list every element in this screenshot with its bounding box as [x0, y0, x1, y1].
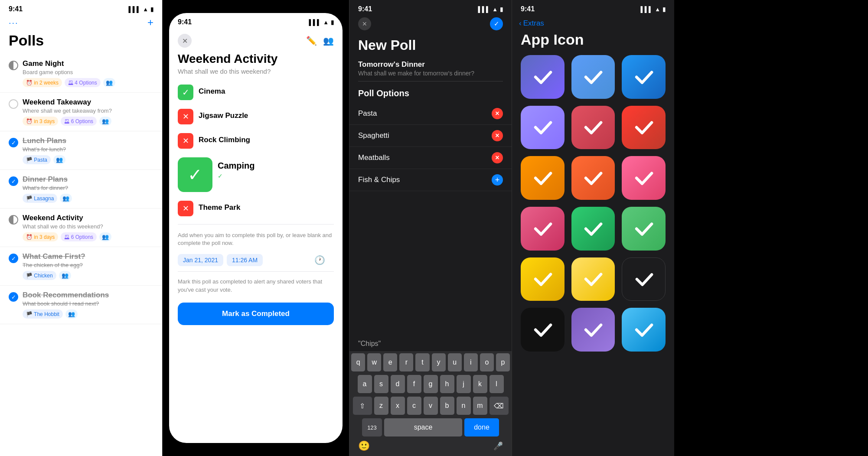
app-icon-blue-bright[interactable] — [622, 55, 666, 99]
mic-icon[interactable]: 🎤 — [493, 441, 503, 451]
close-button[interactable]: ✕ — [178, 34, 192, 48]
app-icon-green-dark[interactable] — [571, 207, 615, 251]
key-c[interactable]: c — [407, 397, 421, 415]
poll-tags: ⏰ in 3 days 🗳 6 Options 👥 — [23, 232, 153, 241]
status-icons-p1: ▌▌▌ ▲ ▮ — [128, 6, 153, 13]
divider-2 — [178, 271, 334, 272]
phone-weekend-activity: 9:41 ▌▌▌ ▲ ▮ ✕ ✏️ 👥 Weekend Activity Wha… — [163, 0, 349, 456]
poll-item-book-recommendations[interactable]: ✓ Book Recommendations What book should … — [0, 286, 162, 324]
wifi-icon: ▲ — [492, 6, 498, 13]
poll-item-lunch-plans[interactable]: ✓ Lunch Plans What's for lunch? 🏴 Pasta … — [0, 131, 162, 170]
keyboard-bottom: 🙂 🎤 — [349, 438, 512, 456]
key-i[interactable]: i — [464, 353, 478, 371]
app-icon-purple-indigo[interactable] — [571, 308, 615, 352]
key-d[interactable]: d — [391, 375, 405, 393]
key-u[interactable]: u — [448, 353, 462, 371]
poll-subtitle: What's for dinner? — [23, 185, 153, 191]
confirm-button-p3[interactable]: ✓ — [490, 17, 503, 30]
battery-icon: ▮ — [331, 19, 334, 26]
key-e[interactable]: e — [383, 353, 397, 371]
key-backspace[interactable]: ⌫ — [489, 397, 509, 415]
key-b[interactable]: b — [440, 397, 454, 415]
poll-subtitle: The chicken of the egg? — [23, 262, 153, 268]
date-picker[interactable]: Jan 21, 2021 — [178, 254, 223, 266]
key-v[interactable]: v — [424, 397, 438, 415]
app-icon-green-light[interactable] — [622, 207, 666, 251]
key-space[interactable]: space — [384, 418, 462, 436]
app-icon-red-pink[interactable] — [571, 106, 615, 150]
poll-item-what-came-first[interactable]: ✓ What Came First? The chicken of the eg… — [0, 247, 162, 286]
app-icon-orange-warm[interactable] — [521, 156, 565, 200]
poll-subtitle: What book should I read next? — [23, 300, 153, 307]
poll-name: Book Recommendations — [23, 291, 153, 300]
key-k[interactable]: k — [473, 375, 487, 393]
time-picker[interactable]: 11:26 AM — [227, 254, 263, 266]
poll-item-weekend-takeaway[interactable]: Weekend Takeaway Where shall we get take… — [0, 93, 162, 131]
key-n[interactable]: n — [457, 397, 471, 415]
key-o[interactable]: o — [480, 353, 494, 371]
back-button[interactable]: ‹ Extras — [512, 15, 674, 29]
date-time-row: Jan 21, 2021 11:26 AM 🕐 — [169, 251, 343, 268]
key-w[interactable]: w — [367, 353, 381, 371]
activity-item-rock-climbing: ✕ Rock Climbing — [178, 129, 334, 153]
key-a[interactable]: a — [358, 375, 372, 393]
status-bar-p2: 9:41 ▌▌▌ ▲ ▮ — [169, 13, 343, 28]
status-bar-p3: 9:41 ▌▌▌ ▲ ▮ — [349, 0, 512, 15]
app-icon-yellow-warm[interactable] — [521, 257, 565, 301]
key-r[interactable]: r — [399, 353, 413, 371]
key-q[interactable]: q — [351, 353, 365, 371]
poll-item-game-night[interactable]: Game Night Board game options ⏰ in 2 wee… — [0, 54, 162, 93]
share-icon[interactable]: 👥 — [323, 36, 334, 46]
close-button-p3[interactable]: ✕ — [358, 17, 371, 30]
poll-item-weekend-activity[interactable]: Weekend Activity What shall we do this w… — [0, 208, 162, 247]
key-p[interactable]: p — [496, 353, 510, 371]
poll-status-half — [9, 215, 18, 225]
key-shift[interactable]: ⇧ — [353, 397, 372, 415]
status-time-p3: 9:41 — [358, 5, 372, 13]
key-x[interactable]: x — [391, 397, 405, 415]
app-icon-black-v2[interactable] — [521, 308, 565, 352]
poll-info: What Came First? The chicken of the egg?… — [23, 252, 153, 280]
edit-icon[interactable]: ✏️ — [306, 36, 317, 46]
app-icon-blue-sky[interactable] — [622, 308, 666, 352]
keyboard: "Chips" q w e r t y u i o p a s d f g h … — [349, 336, 512, 456]
emoji-icon[interactable]: 🙂 — [358, 440, 370, 452]
signal-icon: ▌▌▌ — [478, 6, 490, 13]
key-m[interactable]: m — [473, 397, 487, 415]
app-icon-orange-red[interactable] — [571, 156, 615, 200]
mark-completed-button[interactable]: Mark as Completed — [178, 303, 334, 325]
add-poll-button[interactable]: + — [147, 16, 153, 29]
app-icon-blue-purple[interactable] — [521, 55, 565, 99]
key-l[interactable]: l — [489, 375, 504, 393]
key-z[interactable]: z — [374, 397, 388, 415]
chevron-left-icon: ‹ — [519, 19, 522, 28]
key-t[interactable]: t — [415, 353, 429, 371]
app-icon-pink-light[interactable] — [521, 207, 565, 251]
key-g[interactable]: g — [424, 375, 438, 393]
key-h[interactable]: h — [440, 375, 454, 393]
app-icon-purple-light[interactable] — [521, 106, 565, 150]
p2-actions: ✏️ 👥 — [306, 36, 334, 46]
app-icon-red-bright[interactable] — [622, 106, 666, 150]
app-icon-blue-light[interactable] — [571, 55, 615, 99]
more-button[interactable]: ··· — [9, 18, 19, 28]
app-icon-yellow-light[interactable] — [571, 257, 615, 301]
app-icon-black[interactable] — [622, 257, 666, 301]
new-poll-title: New Poll — [349, 35, 512, 55]
poll-subtitle: Where shall we get takeaway from? — [23, 107, 153, 114]
tag-flag: 🏴 Pasta — [23, 155, 51, 164]
remove-spaghetti-button[interactable]: × — [492, 130, 503, 141]
key-y[interactable]: y — [432, 353, 446, 371]
key-s[interactable]: s — [374, 375, 388, 393]
key-j[interactable]: j — [457, 375, 471, 393]
app-icon-pink-grad[interactable] — [622, 156, 666, 200]
key-f[interactable]: f — [407, 375, 421, 393]
key-done[interactable]: done — [464, 418, 499, 436]
poll-item-dinner-plans[interactable]: ✓ Dinner Plans What's for dinner? 🏴 Lasa… — [0, 170, 162, 208]
p2-toolbar: ✕ ✏️ 👥 — [169, 28, 343, 50]
remove-pasta-button[interactable]: × — [492, 108, 503, 119]
add-option-button[interactable]: + — [492, 174, 503, 186]
remove-meatballs-button[interactable]: × — [492, 152, 503, 163]
status-time-p4: 9:41 — [521, 5, 535, 13]
key-123[interactable]: 123 — [362, 418, 382, 436]
